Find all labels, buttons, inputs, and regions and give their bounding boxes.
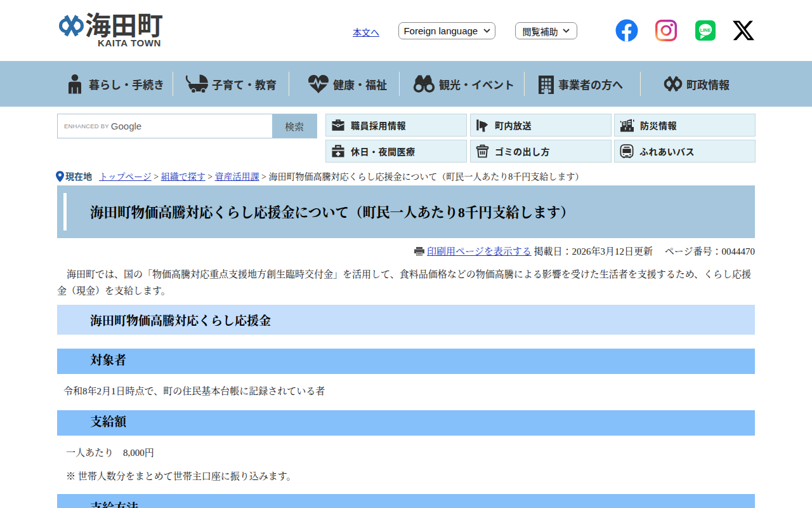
svg-text:LINE: LINE <box>700 27 710 33</box>
